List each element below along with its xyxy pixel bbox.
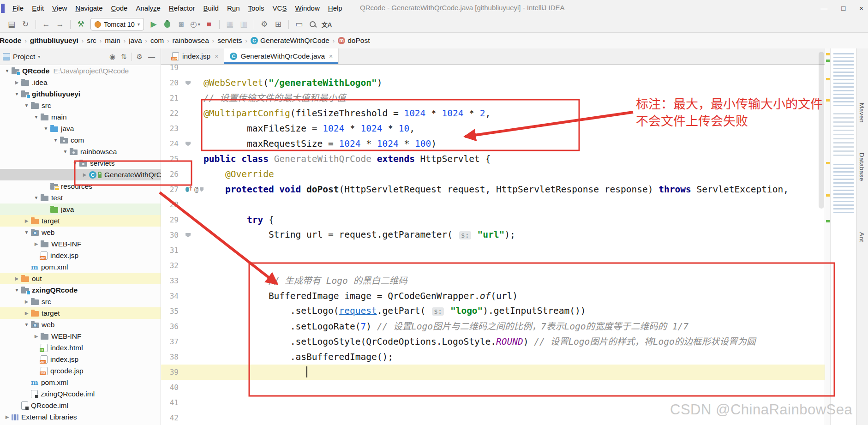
close-icon[interactable]: × [329,53,333,60]
menu-item-file[interactable]: File [8,4,28,12]
update-application-icon[interactable]: ▦ [224,18,236,30]
expand-toggle-icon[interactable]: ▶ [22,299,31,304]
fold-marker-icon[interactable] [186,142,191,146]
menu-item-view[interactable]: View [48,4,71,12]
breadcrumb-item-dopost[interactable]: doPost [338,36,370,45]
settings-icon[interactable]: ⚙ [137,53,143,61]
sync-icon[interactable]: ↻ [19,18,31,30]
expand-toggle-icon[interactable]: ▼ [51,138,60,143]
tree-item-web-inf[interactable]: ▶WEB-INF [0,238,161,250]
tool-window-button-ant[interactable]: Ant [858,232,865,242]
expand-toggle-icon[interactable]: ▶ [80,172,89,177]
editor-tab-index-jsp[interactable]: index.jsp× [167,48,224,64]
tree-item-index-jsp[interactable]: index.jsp [0,353,161,365]
expand-toggle-icon[interactable]: ▶ [12,276,21,281]
breadcrumb-item-java[interactable]: java [129,36,142,45]
translate-icon[interactable]: 文A [321,18,333,30]
save-icon[interactable]: ▤ [6,18,18,30]
tree-item-zxingqrcode-iml[interactable]: zxingQRcode.iml [0,388,161,400]
tree-item-pom-xml[interactable]: pom.xml [0,377,161,388]
tree-item-test[interactable]: ▼test [0,192,161,204]
forward-icon[interactable]: → [54,18,66,30]
expand-toggle-icon[interactable]: ▶ [22,311,31,316]
menu-item-analyze[interactable]: Analyze [132,4,164,12]
menu-item-build[interactable]: Build [199,4,223,12]
back-icon[interactable]: ← [40,18,52,30]
editor-scrollbar[interactable] [819,52,824,209]
expand-toggle-icon[interactable]: ▶ [32,241,41,246]
tree-item-web[interactable]: ▼web [0,227,161,238]
tree-item-index-html[interactable]: index.html [0,342,161,353]
tree-item-pom-xml[interactable]: pom.xml [0,261,161,273]
expand-toggle-icon[interactable]: ▼ [32,195,41,200]
tree-item-out[interactable]: ▶out [0,273,161,284]
expand-toggle-icon[interactable]: ▼ [12,287,21,293]
expand-toggle-icon[interactable]: ▼ [12,91,21,96]
breadcrumb-item-qrcode[interactable]: QRcode [0,36,21,45]
expand-toggle-icon[interactable]: ▶ [12,80,21,85]
menu-item-code[interactable]: Code [107,4,132,12]
menu-item-vcs[interactable]: VCS [269,4,291,12]
tree-item-web-inf[interactable]: ▶WEB-INF [0,330,161,342]
window-minimize-button[interactable]: — [820,4,827,12]
project-panel-title[interactable]: Project [13,53,35,61]
menu-item-edit[interactable]: Edit [28,4,48,12]
breadcrumb-item-generatewithqrcode[interactable]: GenerateWithQrCode [251,36,329,45]
tree-item-index-jsp[interactable]: index.jsp [0,250,161,261]
expand-toggle-icon[interactable]: ▼ [71,161,79,166]
tool-window-button-maven[interactable]: Maven [858,103,865,123]
tree-item-rainbowsea[interactable]: ▼rainbowsea [0,146,161,157]
locate-icon[interactable]: ◉ [109,53,115,61]
run-configuration-combo[interactable]: Tomcat 10▾ [90,18,144,30]
stop-icon[interactable]: ■ [203,18,215,30]
fold-marker-icon[interactable] [200,187,204,192]
chevron-down-icon[interactable]: ▾ [38,54,40,59]
collapse-all-icon[interactable]: ⇅ [121,53,127,61]
debug-bug-icon[interactable] [162,18,174,30]
search-everywhere-icon[interactable] [307,18,319,30]
tree-item-qrcode[interactable]: ▼QRcodeE:\Java\project\QRcode [0,65,161,77]
tree-item-target[interactable]: ▶target [0,307,161,319]
menu-item-refactor[interactable]: Refactor [165,4,199,12]
restore-layout-icon[interactable]: ▭ [293,18,305,30]
window-close-button[interactable]: × [859,4,863,12]
window-maximize-button[interactable]: □ [841,4,845,12]
tree-item-java[interactable]: java [0,204,161,215]
expand-toggle-icon[interactable]: ▶ [32,334,41,339]
tree-item-scratches-and-consoles[interactable]: ▶Scratches and Consoles [0,423,161,425]
close-icon[interactable]: × [215,53,218,60]
tree-item-web[interactable]: ▼web [0,319,161,330]
fold-marker-icon[interactable] [186,81,191,85]
tree-item-com[interactable]: ▼com [0,134,161,146]
expand-toggle-icon[interactable]: ▼ [22,230,31,235]
project-structure-icon[interactable]: ⊞ [272,18,284,30]
menu-item-tools[interactable]: Tools [244,4,268,12]
breadcrumb-item-src[interactable]: src [87,36,96,45]
expand-toggle-icon[interactable]: ▼ [22,103,31,108]
tool-window-button-database[interactable]: Database [858,153,865,181]
build-hammer-icon[interactable]: ⚒ [75,18,87,30]
tree-item-src[interactable]: ▼src [0,100,161,111]
overriding-method-icon[interactable] [186,187,189,192]
tree-item-servlets[interactable]: ▼servlets [0,157,161,169]
breadcrumb-item-githubliuyueyi[interactable]: githubliuyueyi [30,36,78,45]
tree-item-qrcode-iml[interactable]: QRcode.iml [0,400,161,411]
expand-toggle-icon[interactable]: ▼ [61,149,70,154]
expand-toggle-icon[interactable]: ▼ [32,114,41,120]
tree-item-target[interactable]: ▶target [0,215,161,227]
run-icon[interactable]: ▶ [148,18,160,30]
expand-toggle-icon[interactable]: ▶ [22,218,31,223]
breadcrumb-item-rainbowsea[interactable]: rainbowsea [173,36,209,45]
tree-item-java[interactable]: ▼java [0,123,161,134]
editor-tab-generatewithqrcode-java[interactable]: GenerateWithQrCode.java× [224,48,339,64]
tree-item-zxingqrcode[interactable]: ▼zxingQRcode [0,284,161,296]
run-coverage-icon[interactable]: ◙ [175,18,187,30]
tree-item-main[interactable]: ▼main [0,111,161,123]
tree-item-githubliuyueyi[interactable]: ▼githubliuyueyi [0,88,161,100]
breadcrumb-item-main[interactable]: main [105,36,120,45]
expand-toggle-icon[interactable]: ▼ [42,126,50,131]
tree-item-qrcode-jsp[interactable]: qrcode.jsp [0,365,161,377]
fold-marker-icon[interactable] [186,233,191,238]
tree-item-generatewithqrcode[interactable]: ▶GenerateWithQrCode [0,169,161,180]
tree-item-idea[interactable]: ▶.idea [0,77,161,88]
